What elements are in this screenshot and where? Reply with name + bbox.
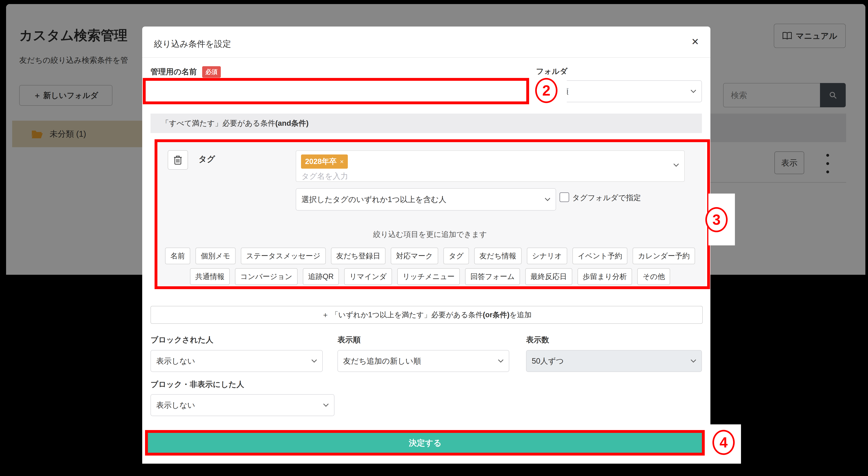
count-field-label: 表示数 <box>526 335 549 345</box>
blocked-select-value: 表示しない <box>156 356 195 366</box>
blocked-hidden-select-value: 表示しない <box>156 400 195 410</box>
annotation-box-3 <box>155 139 710 289</box>
modal-header-divider <box>142 57 710 58</box>
blocked-hidden-field-label: ブロック・非表示にした人 <box>151 379 244 389</box>
chevron-down-icon <box>311 359 317 363</box>
annotation-circle-3: 3 <box>705 207 727 232</box>
chevron-down-icon <box>498 359 504 363</box>
sort-field-label: 表示順 <box>338 335 361 345</box>
sort-select-value: 友だち追加の新しい順 <box>343 356 421 366</box>
required-badge: 必須 <box>202 66 221 78</box>
annotation-box-4 <box>145 430 705 455</box>
name-field-label: 管理用の名前必須 <box>151 66 221 78</box>
annotation-box-2 <box>143 78 529 104</box>
blocked-select[interactable]: 表示しない <box>151 350 323 372</box>
annotation-circle-2: 2 <box>535 78 557 103</box>
chevron-down-icon <box>690 90 696 93</box>
blocked-hidden-select[interactable]: 表示しない <box>151 394 335 416</box>
close-icon[interactable]: ✕ <box>691 37 699 46</box>
chevron-down-icon <box>323 404 329 407</box>
modal-title: 絞り込み条件を設定 <box>154 38 231 50</box>
annotation-circle-4: 4 <box>712 430 735 455</box>
and-condition-header: 「すべて満たす」必要がある条件 (and条件) <box>151 114 702 133</box>
sort-select[interactable]: 友だち追加の新しい順 <box>338 350 509 372</box>
count-select[interactable]: 50人ずつ <box>526 350 702 372</box>
screenshot-canvas: カスタム検索管理 友だちの絞り込み検索条件を管 ＋ 新しいフォルダ 未分類 (1… <box>0 0 868 476</box>
blocked-field-label: ブロックされた人 <box>151 335 213 345</box>
count-select-value: 50人ずつ <box>532 356 564 366</box>
add-or-condition-button[interactable]: ＋ 「いずれか1つ以上を満たす」必要がある条件 (or条件) を追加 <box>151 306 703 324</box>
chevron-down-icon <box>690 359 696 363</box>
